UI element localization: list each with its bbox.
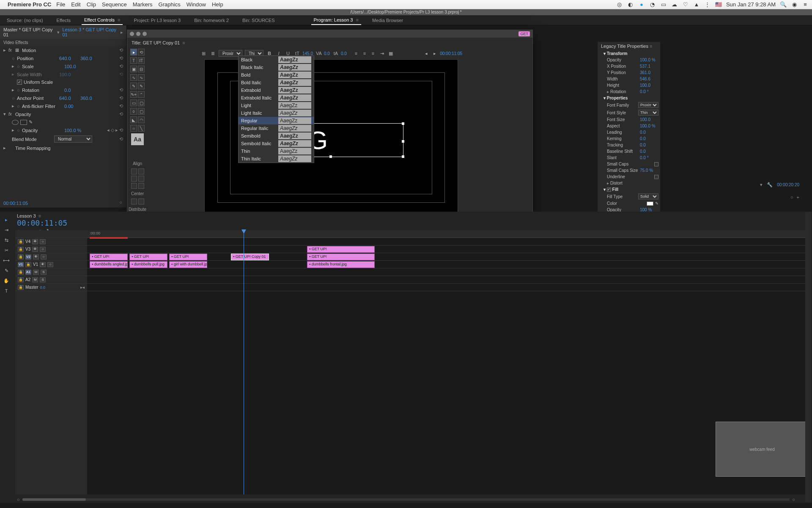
- prop-aspect[interactable]: 100.0 %: [640, 124, 658, 128]
- track-v2[interactable]: V2: [25, 254, 31, 260]
- properties-section[interactable]: ▾ Properties: [598, 95, 660, 101]
- prop-font-family[interactable]: Proxima...: [638, 102, 658, 108]
- add-anchor-tool[interactable]: ✎+: [130, 91, 137, 98]
- align-h-right[interactable]: [131, 183, 137, 189]
- a1-solo[interactable]: S: [41, 270, 47, 275]
- rectangle-tool[interactable]: ▭: [130, 99, 137, 106]
- prop-leading[interactable]: 0.0: [640, 130, 658, 135]
- ec-clip-link[interactable]: Lesson 3 * GET UP! Copy 01: [62, 27, 118, 37]
- mask-rect-icon[interactable]: [20, 120, 27, 125]
- rotation-value[interactable]: 0.0: [64, 88, 85, 93]
- v1-toggle[interactable]: 👁: [40, 262, 46, 267]
- v1-sync[interactable]: ○: [47, 262, 53, 267]
- v1-lock[interactable]: 🔒: [25, 262, 31, 267]
- tl-track-select-tool[interactable]: ⇥: [3, 226, 10, 234]
- tab-effects[interactable]: Effects: [54, 16, 73, 25]
- font-style-option-bold[interactable]: BoldAaegZz: [239, 71, 314, 79]
- font-style-option-light-italic[interactable]: Light ItalicAaegZz: [239, 109, 314, 117]
- playhead[interactable]: [244, 230, 244, 494]
- next-frame-icon[interactable]: ▸: [431, 50, 438, 57]
- prev-frame-icon[interactable]: ◂: [423, 50, 430, 57]
- title-tab-badge[interactable]: GET: [518, 31, 530, 36]
- timeline-clip[interactable]: ▪ dumbbells frontal.jpg: [307, 261, 375, 268]
- ellipse-tool[interactable]: ○: [130, 125, 137, 132]
- align-v-bottom[interactable]: [138, 183, 144, 189]
- track-a2[interactable]: A2: [25, 277, 30, 282]
- font-style-option-black-italic[interactable]: Black ItalicAaegZz: [239, 64, 314, 71]
- v4-lock[interactable]: 🔒: [18, 239, 24, 244]
- font-style-option-black[interactable]: BlackAaegZz: [239, 56, 314, 64]
- track-row-v3[interactable]: ▪ GET UP!: [87, 246, 808, 253]
- track-v4[interactable]: V4: [25, 239, 30, 244]
- status-icon-8[interactable]: ▲: [693, 1, 700, 8]
- prop-xpos[interactable]: 537.1: [640, 64, 658, 69]
- timeline-timecode[interactable]: 00:00:11:05: [17, 218, 67, 227]
- track-row-v1[interactable]: ▪ dumbbells angled.jpg▪ dumbbells pull.j…: [87, 261, 808, 268]
- align-h-center[interactable]: [131, 176, 137, 182]
- prop-tracking[interactable]: 0.0: [640, 143, 658, 147]
- v3-sync[interactable]: ○: [40, 247, 46, 252]
- clipped-rect-tool[interactable]: ◊: [130, 108, 137, 115]
- v3-lock[interactable]: 🔒: [18, 247, 24, 252]
- prop-slant[interactable]: 0.0 °: [640, 155, 658, 160]
- time-remapping-label[interactable]: Time Remapping: [15, 146, 58, 151]
- handle-br[interactable]: [402, 155, 404, 158]
- templates-icon[interactable]: ⊞: [200, 50, 207, 57]
- delete-anchor-tool[interactable]: ✎: [138, 83, 145, 89]
- track-v1[interactable]: V1: [33, 262, 38, 267]
- a2-mute[interactable]: M: [32, 277, 38, 282]
- prop-font-size[interactable]: 100.0: [640, 117, 658, 122]
- tab-source[interactable]: Source: (no clips): [4, 16, 46, 25]
- rounded-rect-tool[interactable]: ▢: [138, 99, 145, 106]
- leading-value[interactable]: 0.0: [341, 51, 347, 56]
- sequence-name[interactable]: Lesson 3: [17, 213, 36, 218]
- tl-hand-tool[interactable]: ✋: [3, 277, 10, 284]
- motion-label[interactable]: Motion: [22, 48, 64, 53]
- status-icon-6[interactable]: ☁: [671, 1, 678, 8]
- path-type-tool[interactable]: ∿: [130, 74, 137, 81]
- font-style-option-regular[interactable]: RegularAaegZz: [239, 117, 314, 124]
- vertical-area-tool[interactable]: ⊟: [138, 66, 145, 72]
- flag-icon[interactable]: 🇺🇸: [715, 1, 722, 8]
- prop-baseline[interactable]: 0.0: [640, 149, 658, 154]
- position-x[interactable]: 640.0: [59, 56, 80, 61]
- rounded-rect2-tool[interactable]: ▢: [138, 108, 145, 115]
- status-icon-5[interactable]: ▭: [660, 1, 667, 8]
- menu-markers[interactable]: Markers: [133, 1, 153, 8]
- timeline-clip[interactable]: ▪ dumbbells angled.jpg: [90, 261, 128, 268]
- tab-bin-sources[interactable]: Bin: SOURCES: [240, 16, 277, 25]
- timeline-clip[interactable]: ▪ GET UP!: [129, 254, 167, 260]
- font-style-option-regular-italic[interactable]: Regular ItalicAaegZz: [239, 124, 314, 132]
- align-center-icon[interactable]: ≡: [361, 50, 368, 57]
- timeline-clip[interactable]: ▪ GET UP!: [90, 254, 128, 260]
- menu-list-icon[interactable]: ≡: [802, 1, 809, 8]
- transform-section[interactable]: ▾ Transform: [598, 50, 660, 57]
- timeline-zoom-slider[interactable]: [22, 498, 790, 501]
- menubar-clock[interactable]: Sun Jan 27 9:28 AM: [726, 1, 776, 8]
- program-btn-1[interactable]: ○: [790, 195, 793, 200]
- timeline-clip[interactable]: ▪ GET UP!: [307, 254, 375, 260]
- v4-sync[interactable]: ○: [40, 239, 46, 244]
- tl-selection-tool[interactable]: ▸: [3, 216, 10, 224]
- tl-slip-tool[interactable]: ⟷: [3, 257, 10, 264]
- wedge-tool[interactable]: ◣: [130, 116, 137, 123]
- align-v-center[interactable]: [138, 176, 144, 182]
- wifi-icon[interactable]: ⋮: [704, 1, 711, 8]
- handle-bc[interactable]: [329, 155, 332, 158]
- fill-color-swatch[interactable]: [647, 202, 653, 206]
- prop-height[interactable]: 100.0: [640, 83, 658, 88]
- tab-program[interactable]: Program: Lesson 3 ≡: [311, 16, 361, 25]
- v2-toggle[interactable]: 👁: [33, 254, 39, 260]
- uniform-scale-checkbox[interactable]: [17, 80, 22, 85]
- scale-value[interactable]: 100.0: [64, 64, 85, 69]
- menu-edit[interactable]: Edit: [71, 1, 80, 8]
- position-y[interactable]: 360.0: [80, 56, 102, 61]
- align-v-top[interactable]: [138, 168, 144, 174]
- a1-lock[interactable]: 🔒: [18, 270, 24, 275]
- prop-opacity[interactable]: 100.0 %: [640, 58, 658, 62]
- status-icon-2[interactable]: ◐: [627, 1, 634, 8]
- a2-lock[interactable]: 🔒: [18, 277, 24, 282]
- prop-kerning[interactable]: 0.0: [640, 136, 658, 141]
- font-style-option-extrabold-italic[interactable]: Extrabold ItalicAaegZz: [239, 94, 314, 102]
- font-style-option-extrabold[interactable]: ExtraboldAaegZz: [239, 86, 314, 94]
